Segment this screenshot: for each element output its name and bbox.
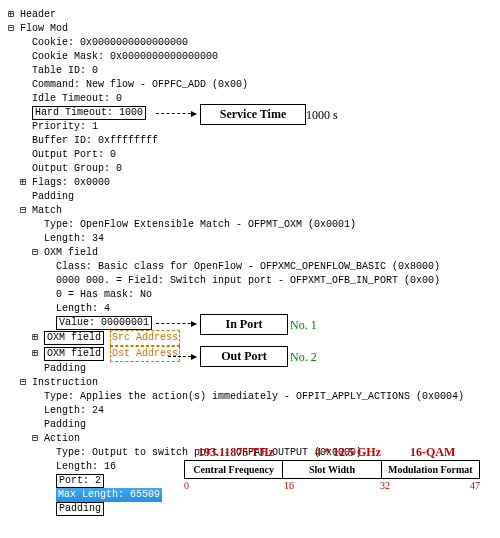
row-action[interactable]: ⊟ Action xyxy=(8,432,492,446)
mod-format-label: 16-QAM xyxy=(410,445,455,460)
row-cookie: Cookie: 0x0000000000000000 xyxy=(8,36,492,50)
row-cookie-mask: Cookie Mask: 0x0000000000000000 xyxy=(8,50,492,64)
row-command: Command: New flow - OFPFC_ADD (0x00) xyxy=(8,78,492,92)
row-flags[interactable]: ⊞ Flags: 0x0000 xyxy=(8,176,492,190)
row-buffer-id: Buffer ID: 0xffffffff xyxy=(8,134,492,148)
ruler-tick: 47 xyxy=(470,480,480,491)
out-port-box: Out Port xyxy=(200,346,288,367)
collapse-icon[interactable]: ⊟ xyxy=(32,433,44,444)
expand-icon[interactable]: ⊞ xyxy=(32,348,44,359)
table-cell: Slot Width xyxy=(283,461,381,478)
row-oxm-field[interactable]: ⊟ OXM field xyxy=(8,246,492,260)
row-oxm-hasmask: 0 = Has mask: No xyxy=(8,288,492,302)
collapse-icon[interactable]: ⊟ xyxy=(8,23,20,34)
padding-table: Central Frequency Slot Width Modulation … xyxy=(184,460,480,479)
collapse-icon[interactable]: ⊟ xyxy=(20,205,32,216)
expand-icon[interactable]: ⊞ xyxy=(32,332,44,343)
row-match-type: Type: OpenFlow Extensible Match - OFPMT_… xyxy=(8,218,492,232)
hex-dump: 0000 00 21 cc 67 43 95 00 0c 29 6a 88 47… xyxy=(8,522,492,538)
arrow-icon xyxy=(168,356,196,357)
row-out-group: Output Group: 0 xyxy=(8,162,492,176)
service-time-value: 1000 s xyxy=(306,108,338,123)
ruler-tick: 32 xyxy=(380,480,390,491)
row-action-maxlen: Max Length: 65509 xyxy=(8,488,492,502)
row-match-length: Length: 34 xyxy=(8,232,492,246)
collapse-icon[interactable]: ⊟ xyxy=(32,247,44,258)
src-address-label: Src Address xyxy=(110,330,180,346)
service-time-box: Service Time xyxy=(200,104,306,125)
arrow-icon xyxy=(156,323,196,324)
central-freq-label: 193.11875 THz xyxy=(198,445,274,460)
row-instr-padding: Padding xyxy=(8,418,492,432)
arrow-icon xyxy=(156,113,196,114)
row-action-padding: Padding xyxy=(8,502,492,516)
table-cell: Central Frequency xyxy=(185,461,283,478)
row-match[interactable]: ⊟ Match xyxy=(8,204,492,218)
row-out-port: Output Port: 0 xyxy=(8,148,492,162)
tree-flowmod[interactable]: ⊟ Flow Mod xyxy=(8,22,492,36)
collapse-icon[interactable]: ⊟ xyxy=(20,377,32,388)
row-table-id: Table ID: 0 xyxy=(8,64,492,78)
in-port-value: No. 1 xyxy=(290,318,317,333)
expand-icon[interactable]: ⊞ xyxy=(8,9,20,20)
expand-icon[interactable]: ⊞ xyxy=(20,177,32,188)
table-cell: Modulation Format xyxy=(382,461,479,478)
dst-address-label: Dst Address xyxy=(110,346,180,362)
row-instruction[interactable]: ⊟ Instruction xyxy=(8,376,492,390)
row-oxm-class: Class: Basic class for OpenFlow - OFPXMC… xyxy=(8,260,492,274)
slot-width-label: 4 * 12.5 GHz xyxy=(315,445,381,460)
row-oxm-fieldbits: 0000 000. = Field: Switch input port - O… xyxy=(8,274,492,288)
out-port-value: No. 2 xyxy=(290,350,317,365)
row-padding1: Padding xyxy=(8,190,492,204)
row-instr-length: Length: 24 xyxy=(8,404,492,418)
tree-header[interactable]: ⊞ Header xyxy=(8,8,492,22)
row-instr-type: Type: Applies the action(s) immediately … xyxy=(8,390,492,404)
ruler-tick: 0 xyxy=(184,480,189,491)
in-port-box: In Port xyxy=(200,314,288,335)
ruler-tick: 16 xyxy=(284,480,294,491)
